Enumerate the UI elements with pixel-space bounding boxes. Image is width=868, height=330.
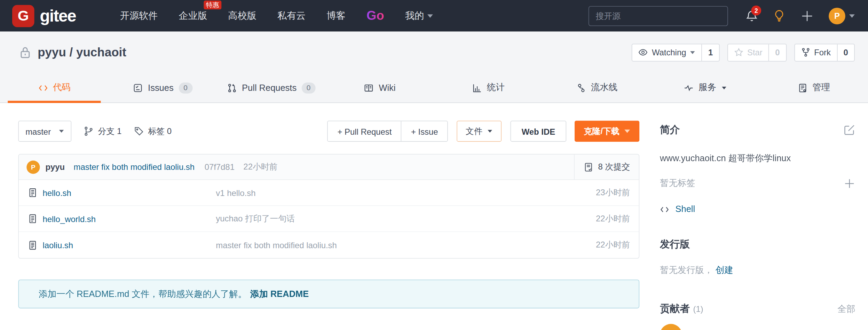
create-release-link[interactable]: 创建 [716, 265, 733, 275]
nav-item-opensource[interactable]: 开源软件 [120, 9, 158, 22]
file-name-link[interactable]: hello.sh [42, 188, 71, 197]
web-ide-button[interactable]: Web IDE [511, 121, 566, 142]
new-pull-request-button[interactable]: + Pull Request [328, 121, 401, 141]
gitee-logo[interactable]: G gitee [12, 5, 76, 27]
issues-icon [133, 83, 143, 93]
chevron-down-icon [488, 130, 492, 133]
nav-item-education[interactable]: 高校版 [228, 9, 256, 22]
tab-issues[interactable]: Issues 0 [109, 73, 217, 102]
page-title: pyyu / yuchaoit [38, 45, 126, 60]
tab-pipelines[interactable]: 流水线 [543, 73, 651, 102]
star-icon [734, 48, 743, 57]
tab-manage[interactable]: 管理 [759, 73, 868, 102]
readme-banner-text: 添加一个 README.md 文件，帮助感兴趣的人了解。 [39, 288, 247, 300]
eye-icon [639, 48, 648, 57]
pull-request-icon [227, 83, 237, 93]
file-commit-message[interactable]: yuchao 打印了一句话 [216, 213, 596, 224]
contributor-avatar[interactable] [660, 324, 682, 330]
commit-time: 22小时前 [243, 162, 277, 172]
code-column: master 分支 1 标签 0 [18, 103, 639, 330]
lightbulb-icon [773, 9, 786, 22]
ideas-button[interactable] [773, 9, 786, 22]
chevron-down-icon [624, 129, 630, 133]
pr-issue-button-group: + Pull Request + Issue [328, 121, 448, 142]
add-readme-link[interactable]: 添加 README [250, 288, 309, 300]
tab-statistics[interactable]: 统计 [434, 73, 543, 102]
all-contributors-link[interactable]: 全部 [838, 304, 855, 315]
commit-author[interactable]: pyyu [45, 162, 65, 172]
create-new-button[interactable] [800, 9, 814, 22]
tab-code[interactable]: 代码 [0, 73, 109, 102]
main-content: master 分支 1 标签 0 [0, 103, 868, 330]
edit-icon[interactable] [844, 124, 855, 135]
add-tag-icon[interactable] [844, 178, 855, 189]
repo-actions: Watching 1 Star 0 [632, 44, 855, 61]
no-releases-text: 暂无发行版， [660, 265, 713, 275]
file-icon [28, 214, 38, 224]
file-commit-time: 22小时前 [596, 240, 630, 250]
contributors-count: (1) [693, 304, 703, 313]
watching-button[interactable]: Watching 1 [632, 44, 720, 61]
repo-sidebar: 简介 www.yuchaoit.cn 超哥带你学linux 暂无标签 Shell [660, 103, 855, 330]
add-readme-banner: 添加一个 README.md 文件，帮助感兴趣的人了解。 添加 README [18, 280, 639, 308]
chevron-down-icon [59, 130, 64, 133]
plus-icon [800, 9, 814, 22]
gitee-logo-icon: G [12, 5, 34, 27]
contributors-title: 贡献者(1) [660, 302, 703, 315]
file-icon [28, 188, 38, 198]
navbar-right-cluster: 2 P [746, 7, 855, 24]
table-row[interactable]: hello.sh v1 hello.sh 23小时前 [19, 180, 639, 206]
star-button[interactable]: Star 0 [727, 44, 787, 61]
commits-count-link[interactable]: 8 次提交 [574, 155, 639, 180]
promo-badge: 特惠 [204, 1, 221, 9]
search-input[interactable] [589, 6, 728, 26]
repo-header: pyyu / yuchaoit Watching 1 [0, 32, 868, 73]
file-name-link[interactable]: laoliu.sh [42, 240, 73, 250]
file-commit-message[interactable]: master fix both modified laoliu.sh [216, 240, 596, 250]
fork-count[interactable]: 0 [837, 44, 854, 61]
issues-count-badge: 0 [179, 82, 192, 93]
nav-item-mine[interactable]: 我的 [405, 9, 433, 22]
table-row[interactable]: laoliu.sh master fix both modified laoli… [19, 232, 639, 258]
latest-commit-bar: P pyyu master fix both modified laoliu.s… [19, 155, 639, 180]
nav-item-private-cloud[interactable]: 私有云 [277, 9, 306, 22]
notification-badge: 2 [751, 5, 761, 15]
fork-button[interactable]: Fork 0 [794, 44, 855, 61]
file-name-link[interactable]: hello_world.sh [42, 214, 96, 223]
commit-hash[interactable]: 07f7d81 [205, 162, 235, 172]
manage-icon [797, 83, 807, 93]
chevron-down-icon [849, 14, 855, 18]
tab-services[interactable]: 服务 [651, 73, 760, 102]
code-toolbar: master 分支 1 标签 0 [18, 121, 639, 142]
nav-item-enterprise[interactable]: 企业版 特惠 [179, 9, 207, 22]
top-navbar: G gitee 开源软件 企业版 特惠 高校版 私有云 博客 Go 我的 [0, 0, 868, 32]
nav-item-go[interactable]: Go [366, 8, 384, 23]
notifications-button[interactable]: 2 [746, 10, 758, 22]
nav-menu: 开源软件 企业版 特惠 高校版 私有云 博客 Go 我的 [120, 8, 433, 23]
clone-download-button[interactable]: 克隆/下载 [575, 121, 639, 142]
file-menu-button[interactable]: 文件 [457, 121, 502, 142]
avatar[interactable]: P [26, 160, 40, 173]
language-link[interactable]: Shell [676, 204, 695, 214]
lock-icon [19, 46, 32, 59]
gitee-repo-page: G gitee 开源软件 企业版 特惠 高校版 私有云 博客 Go 我的 [0, 0, 868, 330]
tags-link[interactable]: 标签 0 [134, 126, 172, 136]
star-count[interactable]: 0 [768, 44, 786, 61]
watching-count[interactable]: 1 [702, 44, 719, 61]
tab-pull-requests[interactable]: Pull Requests 0 [217, 73, 326, 102]
branch-selector[interactable]: master [18, 121, 71, 142]
table-row[interactable]: hello_world.sh yuchao 打印了一句话 22小时前 [19, 206, 639, 232]
file-icon [28, 240, 38, 250]
repo-description: www.yuchaoit.cn 超哥带你学linux [660, 153, 855, 164]
tab-wiki[interactable]: Wiki [325, 73, 434, 102]
no-tags-text: 暂无标签 [660, 178, 695, 189]
branches-link[interactable]: 分支 1 [84, 126, 121, 136]
commit-message-link[interactable]: master fix both modified laoliu.sh [74, 162, 195, 172]
nav-item-blog[interactable]: 博客 [327, 9, 346, 22]
user-menu[interactable]: P [829, 7, 855, 24]
file-commit-message[interactable]: v1 hello.sh [216, 188, 596, 197]
pipeline-icon [576, 83, 586, 93]
about-title: 简介 [660, 123, 680, 136]
pull-requests-count-badge: 0 [301, 82, 315, 93]
new-issue-button[interactable]: + Issue [401, 121, 447, 141]
